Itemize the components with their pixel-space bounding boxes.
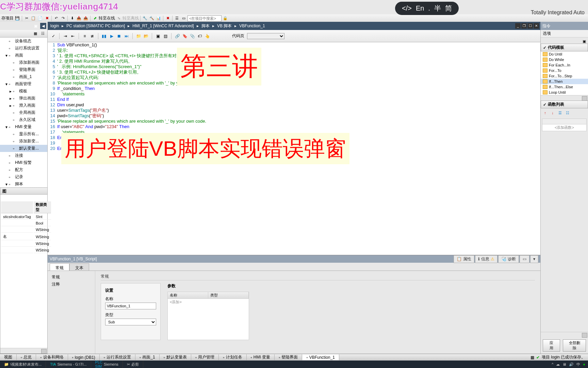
templates-scrollbar[interactable] [541,95,588,101]
ed-tool-icon-4[interactable]: ▤ [162,33,168,39]
tree-item[interactable]: ▫画面_1 [0,73,47,80]
type-select[interactable]: Sub [105,319,156,325]
ed-tool-icon-9[interactable]: 👆 [204,33,210,39]
tree-item[interactable]: ▫显示所有... [0,131,47,138]
tree-item[interactable]: ▾▫画面 [0,52,47,59]
name-input[interactable] [105,303,156,309]
go-online-label[interactable]: 转至在线 [99,15,115,21]
nav-item[interactable]: ▫运行系统设置 [100,354,135,360]
save-icon[interactable]: 💾 [14,15,20,21]
tree-item[interactable]: ▸▫滑入画面 [0,102,47,109]
tray-sound-icon[interactable]: 🔊 [569,362,574,367]
ed-check-icon[interactable]: ✓ [50,33,56,39]
paste-icon[interactable]: 📄 [37,15,43,21]
template-item[interactable]: For...To [541,68,588,73]
template-item[interactable]: Do Until [541,51,588,57]
diagnostics-tab[interactable]: 🩺诊断 [498,255,519,263]
tree-item[interactable]: ▫配方 [0,166,47,173]
tree-item[interactable]: ▫添加新画面 [0,59,47,66]
tray-green-icon[interactable]: ● [583,362,585,366]
template-item[interactable]: If...Then...Else [541,84,588,90]
nav-back-icon[interactable]: ◀ [40,23,46,29]
func-up-icon[interactable]: ↑ [542,110,548,116]
project-search-input[interactable] [187,15,222,21]
tree-item[interactable]: ▫永久区域 [0,116,47,123]
tree-item[interactable]: ▫设备组态 [0,37,47,45]
function-list-header[interactable]: ✓函数列表 [541,101,588,108]
task-item[interactable]: PLCSIMSiemens [91,361,123,368]
delete-icon[interactable]: ✖ [44,15,50,21]
nav-item[interactable]: ▫计划任务 [219,354,246,360]
task-item[interactable]: ✂必剪 [123,361,143,368]
side-general[interactable]: 常规 [50,274,92,281]
ed-tool-icon-2[interactable]: 📂 [143,33,149,39]
code-templates-header[interactable]: ✓代码模板 [541,44,588,51]
nav-item[interactable]: ▫设备和网络 [36,354,68,360]
detail-row[interactable]: 名WString [1,233,51,240]
nav-item[interactable]: ▫VBFunction_1 [302,354,339,360]
add-function-row[interactable]: <添加函数> [542,124,586,131]
apply-button[interactable]: 应用 [543,339,560,352]
close-icon[interactable]: ✕ [534,23,539,29]
detail-row[interactable]: sticsIndicatorTagSInt [1,214,51,220]
cut-icon[interactable]: ✂ [23,15,30,21]
tool-icon-1[interactable]: 🔧 [142,15,148,21]
nav-item[interactable]: ▫HMI 变量 [247,354,275,360]
tree-item[interactable]: ▫全局画面 [0,109,47,116]
nav-collapse-icon[interactable]: ▣ [33,23,39,29]
nav-item[interactable]: ▫login (DB1) [68,354,100,360]
nav-item[interactable]: ▫用户管理 [191,354,219,360]
text-tab[interactable]: 文本 [69,263,89,271]
ed-tool-icon-6[interactable]: 🔖 [182,33,188,39]
func-list-icon-1[interactable]: ☰ [557,110,563,116]
breadcrumb-item[interactable]: login [48,24,62,28]
nav-item[interactable]: ▫画面_1 [135,354,160,360]
ed-tool-icon-5[interactable]: 🔗 [174,33,180,39]
func-down-icon[interactable]: ↓ [550,110,556,116]
tree-item[interactable]: ▫连接 [0,152,47,159]
general-tab[interactable]: 常规 [50,263,69,271]
breadcrumb-item[interactable]: VB 脚本 [214,23,234,29]
func-list-icon-2[interactable]: ☷ [565,110,571,116]
close-red-icon[interactable]: ✖ [165,15,171,21]
restore-icon[interactable]: ❐ [521,23,527,29]
panel-layout-icon[interactable]: ▭ [520,255,529,263]
codepage-select[interactable] [247,33,284,39]
nav-item[interactable]: ▫登陆界面 [275,354,302,360]
ed-stop-icon[interactable]: ⏹ [116,33,122,39]
ed-outdent-icon[interactable]: ⇤ [70,33,76,39]
info-tab[interactable]: ℹ信息⚠ [475,255,497,263]
properties-tab[interactable]: 📋属性 [454,255,474,263]
ed-step-icon[interactable]: ▶ [109,33,115,39]
panel-dropdown-icon[interactable]: ▾ [530,255,538,263]
delete-all-button[interactable]: 全部删除 [563,339,586,352]
breadcrumb-item[interactable]: 脚本 [199,23,212,29]
tray-ime-icon[interactable]: 中 [576,362,580,367]
nav-item[interactable]: ▫总览 [17,354,36,360]
tray-up-icon[interactable]: ^ [552,362,553,366]
layout-icon-1[interactable]: ☰ [174,15,180,21]
status-expand-icon[interactable]: ▦ [530,355,534,360]
tree-item[interactable]: ▸▫模板 [0,88,47,95]
task-item[interactable]: 📁\视频素材\未发布... [0,361,46,368]
detail-row[interactable]: WString [1,247,51,253]
ed-tool-icon-3[interactable]: ▣ [155,33,161,39]
template-item[interactable]: Loop Until [541,90,588,95]
ed-uncomment-icon[interactable]: ≢ [89,33,95,39]
tool-icon-2[interactable]: 🔨 [149,15,155,21]
tree-item[interactable]: ▾▫脚本 [0,181,47,188]
template-item[interactable]: For...To...Step [541,73,588,79]
ed-tool-icon-7[interactable]: 📎 [189,33,195,39]
tree-item[interactable]: ▫登陆界面 [0,66,47,73]
tree-item[interactable]: ▫默认变量... [0,145,47,152]
tray-monitor-icon[interactable]: 🖥 [562,362,566,366]
maximize-icon[interactable]: ☐ [527,23,533,29]
breadcrumb-item[interactable]: HMI_RT_1 [WinCC RT Advanced] [130,24,197,28]
tree-item[interactable]: ▾▫HMI 变量 [0,123,47,131]
tree-item[interactable]: ▫添加新变... [0,138,47,145]
ed-run-icon[interactable]: ⏭ [124,33,130,39]
tree-item[interactable]: ▫记录 [0,173,47,181]
template-item[interactable]: If...Then [541,79,588,84]
copy-icon[interactable]: 📋 [30,15,36,21]
tree-tool-icon-1[interactable]: ▦ [32,31,38,37]
